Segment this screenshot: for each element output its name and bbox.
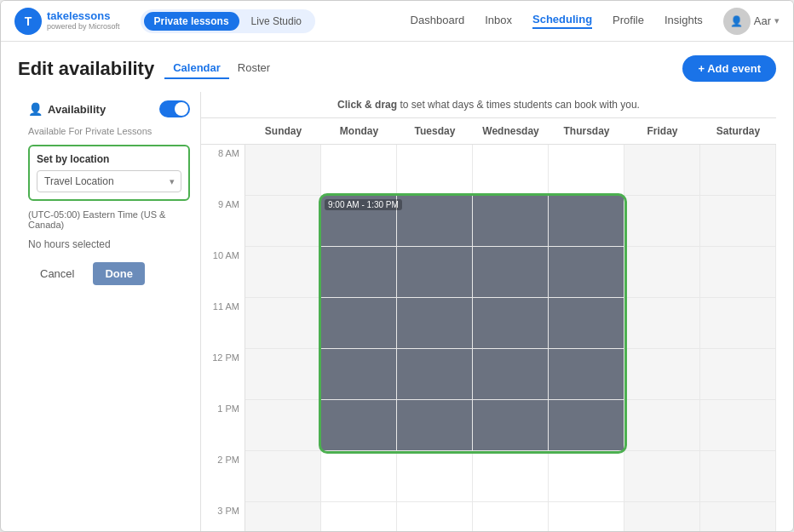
cal-cell[interactable] [700,400,776,451]
logo-main: takelessons [47,10,120,22]
cal-cell[interactable] [321,298,397,349]
nav-inbox[interactable]: Inbox [485,14,512,28]
cal-cell[interactable] [321,451,397,502]
cal-cell[interactable] [549,502,624,531]
page-header: Edit availability Calendar Roster + Add … [18,42,776,92]
cal-cell[interactable] [473,400,549,451]
cal-cell[interactable] [245,451,321,502]
cal-cell[interactable] [700,349,776,400]
col-friday: Friday [624,118,700,145]
cal-cell[interactable] [700,196,776,247]
cal-cell[interactable] [549,298,624,349]
time-label-5: 1 PM [201,400,245,451]
availability-icon: 👤 [28,102,43,116]
cal-cell[interactable] [624,196,700,247]
tab-calendar[interactable]: Calendar [164,58,229,79]
sidebar: 👤 Availability Available For Private Les… [18,92,201,531]
availability-sub: Available For Private Lessons [28,126,190,136]
col-wednesday: Wednesday [473,118,549,145]
cal-cell[interactable] [624,400,700,451]
cal-cell[interactable] [321,400,397,451]
cal-cell[interactable] [397,298,473,349]
cal-cell[interactable] [473,145,549,196]
cal-cell[interactable] [549,145,624,196]
cal-cell[interactable] [245,196,321,247]
cal-cell[interactable] [321,349,397,400]
cal-cell[interactable] [245,298,321,349]
cal-cell[interactable] [473,247,549,298]
cal-cell[interactable] [473,451,549,502]
cal-cell[interactable] [473,502,549,531]
cal-cell[interactable] [473,196,549,247]
cal-cell[interactable] [549,349,624,400]
cal-cell[interactable] [397,349,473,400]
cancel-button[interactable]: Cancel [28,262,86,285]
cal-cell[interactable] [700,145,776,196]
nav-insights[interactable]: Insights [665,14,703,28]
cal-cell[interactable] [397,196,473,247]
calendar-grid: Sunday Monday Tuesday Wednesday Thursday… [201,118,776,531]
user-name: Aar [754,14,771,27]
nav-scheduling[interactable]: Scheduling [532,13,592,29]
cal-cell[interactable] [245,247,321,298]
avatar: 👤 [723,8,751,35]
cal-cell[interactable] [549,196,624,247]
location-select-wrapper[interactable]: Travel Location Home Location Online [37,170,181,192]
app-window: T takelessons powered by Microsoft Priva… [0,0,794,532]
col-thursday: Thursday [549,118,624,145]
set-by-location-box: Set by location Travel Location Home Loc… [28,145,190,201]
nav-dashboard[interactable]: Dashboard [411,14,465,28]
col-tuesday: Tuesday [397,118,473,145]
done-button[interactable]: Done [93,262,145,285]
cal-cell[interactable] [700,247,776,298]
cal-cell[interactable] [700,502,776,531]
tab-group: Calendar Roster [164,58,279,79]
private-lessons-btn[interactable]: Private lessons [144,12,239,31]
add-event-button[interactable]: + Add event [682,55,776,82]
main-body: 👤 Availability Available For Private Les… [18,92,776,531]
cal-cell[interactable] [473,298,549,349]
cal-cell[interactable] [700,298,776,349]
cal-cell[interactable] [245,349,321,400]
lesson-toggle[interactable]: Private lessons Live Studio [141,9,315,33]
location-select[interactable]: Travel Location Home Location Online [37,170,181,192]
cal-cell[interactable] [549,451,624,502]
cal-cell[interactable] [624,298,700,349]
cal-cell[interactable] [321,502,397,531]
cal-cell[interactable] [245,145,321,196]
cal-cell[interactable] [549,400,624,451]
cal-cell[interactable] [321,145,397,196]
cal-cell[interactable] [397,247,473,298]
calendar-area: Click & drag to set what days & times st… [201,92,776,531]
cal-cell[interactable] [321,247,397,298]
time-badge: 9:00 AM - 1:30 PM [325,199,402,210]
calendar-grid-container[interactable]: Sunday Monday Tuesday Wednesday Thursday… [201,118,776,531]
nav-profile[interactable]: Profile [613,14,644,28]
cal-cell[interactable] [397,451,473,502]
time-label-7: 3 PM [201,502,245,531]
tab-roster[interactable]: Roster [229,58,279,79]
cal-cell[interactable] [245,400,321,451]
hint-bold: Click & drag [337,99,397,111]
nav-links: Dashboard Inbox Scheduling Profile Insig… [411,13,703,29]
cal-cell[interactable]: 9:00 AM - 1:30 PM [321,196,397,247]
cal-cell[interactable] [700,451,776,502]
cal-cell[interactable] [397,502,473,531]
cal-cell[interactable] [624,145,700,196]
cal-cell[interactable] [624,451,700,502]
cal-cell[interactable] [624,349,700,400]
cal-cell[interactable] [397,400,473,451]
availability-toggle[interactable] [159,100,190,117]
col-sunday: Sunday [245,118,321,145]
toggle-knob [175,102,188,116]
time-label-2: 10 AM [201,247,245,298]
cal-cell[interactable] [245,502,321,531]
live-studio-btn[interactable]: Live Studio [241,12,312,31]
hint-rest: to set what days & times students can bo… [400,99,639,111]
cal-cell[interactable] [624,502,700,531]
cal-cell[interactable] [549,247,624,298]
user-section[interactable]: 👤 Aar ▾ [716,8,780,35]
cal-cell[interactable] [473,349,549,400]
cal-cell[interactable] [397,145,473,196]
cal-cell[interactable] [624,247,700,298]
